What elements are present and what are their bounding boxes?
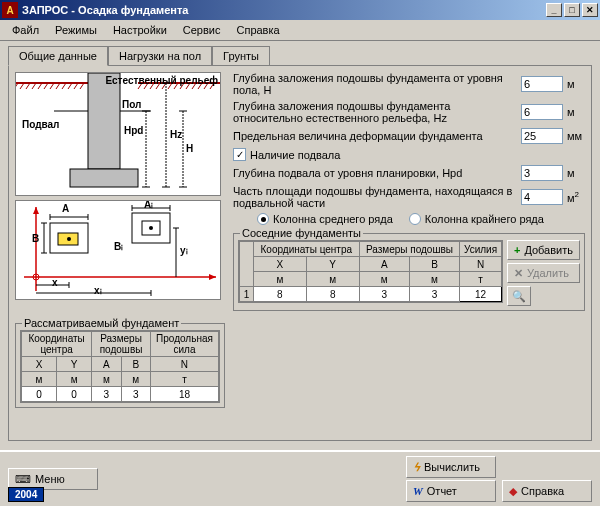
h-label: H (186, 143, 193, 154)
check-icon: ✓ (233, 148, 246, 161)
ai-label: Aᵢ (144, 200, 153, 210)
basement-label: Подвал (22, 119, 59, 130)
svg-point-51 (67, 237, 71, 241)
basement-depth-unit: м (567, 167, 585, 179)
window-buttons: _ □ ✕ (546, 3, 598, 17)
bi-label: Bᵢ (114, 241, 123, 252)
radio-middle-label: Колонна среднего ряда (273, 213, 393, 225)
bottom-toolbar: ⌨ Меню ϟ Вычислить W Отчет ◆ Справка 200… (0, 450, 600, 506)
depth-floor-unit: м (567, 78, 585, 90)
relief-label: Естественный рельеф (105, 75, 218, 86)
neighbor-legend: Соседние фундаменты (240, 227, 363, 239)
xi-label: xᵢ (94, 285, 102, 296)
limit-input[interactable] (521, 128, 563, 144)
basement-area-unit: м2 (567, 190, 585, 204)
x-icon: ✕ (514, 267, 523, 280)
hpd-label: Hpd (124, 125, 143, 136)
has-basement-checkbox[interactable]: ✓ Наличие подвала (233, 148, 585, 161)
delete-button[interactable]: ✕ Удалить (507, 263, 580, 283)
radio-middle-column[interactable]: Колонна среднего ряда (257, 213, 393, 225)
menu-modes[interactable]: Режимы (47, 22, 105, 38)
tab-general[interactable]: Общие данные (8, 46, 108, 66)
window-title: ЗАПРОС - Осадка фундамента (22, 4, 546, 16)
svg-point-52 (149, 226, 153, 230)
table-row[interactable]: 0 0 3 3 18 (22, 387, 219, 402)
yi-label: yᵢ (180, 245, 188, 256)
close-button[interactable]: ✕ (582, 3, 598, 17)
help-button[interactable]: ◆ Справка (502, 480, 592, 502)
depth-relief-label: Глубина заложения подошвы фундамента отн… (233, 100, 517, 124)
x-label: x (52, 277, 58, 288)
menubar: Файл Режимы Настройки Сервис Справка (0, 20, 600, 41)
neighbor-foundations-group: Соседние фундаменты Координаты центра Ра… (233, 233, 585, 311)
app-icon: А (2, 2, 18, 18)
radio-edge-label: Колонна крайнего ряда (425, 213, 544, 225)
maximize-button[interactable]: □ (564, 3, 580, 17)
depth-relief-input[interactable] (521, 104, 563, 120)
w-icon: W (413, 485, 423, 497)
plan-diagram: A Aᵢ B Bᵢ x xᵢ yᵢ (15, 200, 221, 300)
depth-relief-unit: м (567, 106, 585, 118)
table-row[interactable]: 1 8 8 3 3 12 (240, 287, 502, 302)
preview-button[interactable]: 🔍 (507, 286, 531, 306)
th-coord: Координаты центра (254, 242, 360, 257)
menu-file[interactable]: Файл (4, 22, 47, 38)
th-size: Размеры подошвы (359, 242, 460, 257)
limit-label: Предельная величина деформации фундамент… (233, 130, 517, 142)
depth-floor-input[interactable] (521, 76, 563, 92)
limit-unit: мм (567, 130, 585, 142)
report-button[interactable]: W Отчет (406, 480, 496, 502)
menu-service[interactable]: Сервис (175, 22, 229, 38)
radio-dot-icon (409, 213, 421, 225)
main-legend: Рассматриваемый фундамент (22, 317, 181, 329)
main-foundation-group: Рассматриваемый фундамент Координаты цен… (15, 323, 225, 408)
menu-settings[interactable]: Настройки (105, 22, 175, 38)
radio-edge-column[interactable]: Колонна крайнего ряда (409, 213, 544, 225)
a-label: A (62, 203, 69, 214)
hz-label: Hz (170, 129, 182, 140)
tab-panel: Естественный рельеф Пол Подвал Hpd Hz H (8, 65, 592, 441)
bolt-icon: ϟ (413, 461, 420, 474)
tab-soils[interactable]: Грунты (212, 46, 270, 66)
basement-depth-input[interactable] (521, 165, 563, 181)
keyboard-icon: ⌨ (15, 473, 31, 486)
basement-area-input[interactable] (521, 189, 563, 205)
basement-depth-label: Глубина подвала от уровня планировки, Hp… (233, 167, 517, 179)
magnifier-icon: 🔍 (512, 290, 526, 303)
basement-area-label: Часть площади подошвы фундамента, находя… (233, 185, 517, 209)
minimize-button[interactable]: _ (546, 3, 562, 17)
plus-icon: + (514, 244, 520, 256)
section-diagram: Естественный рельеф Пол Подвал Hpd Hz H (15, 72, 221, 196)
radio-dot-icon (257, 213, 269, 225)
b-label: B (32, 233, 39, 244)
depth-floor-label: Глубина заложения подошвы фундамента от … (233, 72, 517, 96)
tab-bar: Общие данные Нагрузки на пол Грунты (8, 46, 592, 66)
main-foundation-table[interactable]: Координаты центра Размеры подошвы Продол… (21, 331, 219, 402)
th-force: Усилия (460, 242, 502, 257)
year-badge: 2004 (8, 487, 44, 502)
add-button[interactable]: + Добавить (507, 240, 580, 260)
neighbor-table[interactable]: Координаты центра Размеры подошвы Усилия… (239, 241, 502, 302)
svg-rect-28 (88, 73, 120, 169)
menu-help[interactable]: Справка (228, 22, 287, 38)
calculate-button[interactable]: ϟ Вычислить (406, 456, 496, 478)
tab-loads[interactable]: Нагрузки на пол (108, 46, 212, 66)
titlebar: А ЗАПРОС - Осадка фундамента _ □ ✕ (0, 0, 600, 20)
book-icon: ◆ (509, 485, 517, 498)
has-basement-label: Наличие подвала (250, 149, 340, 161)
svg-rect-29 (70, 169, 138, 187)
floor-label: Пол (122, 99, 141, 110)
